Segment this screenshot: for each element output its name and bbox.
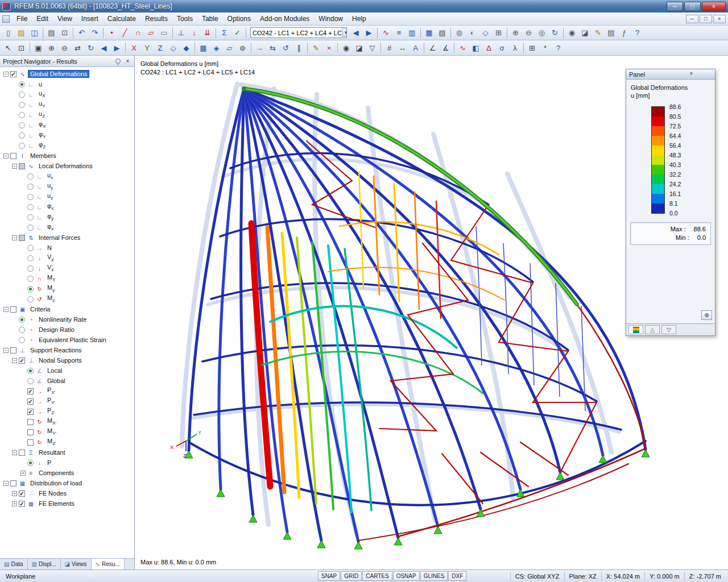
radio[interactable] bbox=[27, 204, 34, 210]
checkbox[interactable]: ✓ bbox=[27, 409, 34, 415]
radio[interactable] bbox=[27, 265, 34, 272]
radio[interactable] bbox=[19, 327, 25, 333]
tool-next-view[interactable]: ▶ bbox=[110, 41, 123, 54]
tree-item-y[interactable]: ∟φy bbox=[0, 212, 134, 222]
tool-previous-load-case[interactable]: ◀ bbox=[349, 27, 362, 39]
menu-file[interactable]: File bbox=[12, 13, 32, 24]
tool-result-diagrams[interactable]: ∿ bbox=[456, 41, 469, 54]
tool-rendering[interactable]: ◍ bbox=[453, 27, 466, 39]
tool-zoom-out-2[interactable]: ⊖ bbox=[58, 41, 71, 54]
tool-undo[interactable]: ↶ bbox=[75, 27, 88, 39]
tree-item-design-ratio[interactable]: ◔Design Ratio bbox=[0, 325, 134, 335]
radio[interactable] bbox=[27, 245, 34, 251]
tree-item-vy[interactable]: ↓Vy bbox=[0, 253, 134, 263]
tool-numbering[interactable]: # bbox=[383, 41, 396, 54]
status-toggle-snap[interactable]: SNAP bbox=[318, 571, 340, 581]
tree-item-ux[interactable]: ∟ux bbox=[0, 171, 134, 181]
tool-modify[interactable]: ✎ bbox=[309, 41, 322, 54]
tree-item-n[interactable]: →N bbox=[0, 243, 134, 253]
checkbox[interactable] bbox=[10, 480, 16, 487]
tree-item-fe-nodes[interactable]: +✓∴FE Nodes bbox=[0, 488, 134, 498]
tool-delete[interactable]: × bbox=[322, 41, 336, 54]
checkbox[interactable]: ✓ bbox=[19, 501, 25, 507]
tool-check-model[interactable]: ✓ bbox=[231, 27, 244, 39]
tool-rotate-copy[interactable]: ↺ bbox=[279, 41, 292, 54]
tool-deformation[interactable]: Δ bbox=[482, 41, 495, 54]
tool-copy[interactable]: ⊡ bbox=[58, 27, 71, 39]
expand-minus-icon[interactable]: − bbox=[2, 348, 10, 353]
tool-filter[interactable]: ▽ bbox=[366, 41, 379, 54]
checkbox[interactable] bbox=[10, 306, 16, 313]
tree-item-criteria[interactable]: −▣Criteria bbox=[0, 304, 134, 314]
status-toggle-grid[interactable]: GRID bbox=[341, 571, 362, 581]
panel-tab-filter[interactable]: ▽ bbox=[661, 325, 676, 334]
radio[interactable] bbox=[27, 173, 34, 180]
tree-item-uz[interactable]: ∟uz bbox=[0, 192, 134, 202]
tree-item-support-reactions[interactable]: −⊥Support Reactions bbox=[0, 345, 134, 355]
tool-grid[interactable]: ▦ bbox=[197, 41, 210, 54]
tool-dimensions[interactable]: ↔ bbox=[396, 41, 409, 54]
expand-minus-icon[interactable]: − bbox=[11, 235, 18, 240]
menu-table[interactable]: Table bbox=[197, 13, 223, 24]
navigator-tab-views[interactable]: ◪Views bbox=[61, 559, 92, 569]
tool-mirror[interactable]: ⇆ bbox=[266, 41, 279, 54]
expand-minus-icon[interactable]: − bbox=[11, 450, 18, 455]
tool-edit[interactable]: ✎ bbox=[592, 27, 605, 39]
mdi-close-button[interactable]: × bbox=[713, 15, 726, 23]
tool-insert-line[interactable]: ╱ bbox=[118, 27, 131, 39]
tree-item-mz[interactable]: ↺Mz bbox=[0, 294, 134, 304]
tool-modules[interactable]: ⊞ bbox=[526, 41, 539, 54]
menu-help[interactable]: Help bbox=[348, 13, 371, 24]
tool-view-in-y[interactable]: Y bbox=[140, 41, 154, 54]
pin-icon[interactable] bbox=[115, 59, 121, 64]
panel-tab-color-scale[interactable] bbox=[628, 325, 643, 334]
tool-offset[interactable]: ∥ bbox=[292, 41, 305, 54]
checkbox[interactable] bbox=[10, 347, 16, 354]
tree-item-z[interactable]: ∟φZ bbox=[0, 140, 134, 151]
checkbox[interactable] bbox=[19, 450, 25, 456]
panel-titlebar[interactable]: Panel × bbox=[626, 69, 715, 80]
tool-work-plane[interactable]: ▱ bbox=[223, 41, 236, 54]
tree-item-uy[interactable]: ∟uy bbox=[0, 181, 134, 192]
checkbox[interactable] bbox=[27, 419, 34, 425]
tool-insert-surface[interactable]: ▱ bbox=[144, 27, 158, 39]
tree-item-components[interactable]: +≡Components bbox=[0, 468, 134, 478]
tree-item-mz[interactable]: ↻MZ' bbox=[0, 437, 134, 447]
tool-zoom-window[interactable]: ▣ bbox=[32, 41, 45, 54]
menu-tools[interactable]: Tools bbox=[172, 13, 197, 24]
radio[interactable] bbox=[19, 337, 25, 343]
expand-plus-icon[interactable]: + bbox=[11, 491, 18, 496]
checkbox[interactable]: ✓ bbox=[27, 388, 34, 394]
radio[interactable] bbox=[19, 122, 25, 128]
tree-item-mx[interactable]: ↻MX' bbox=[0, 417, 134, 427]
tree-item-vz[interactable]: ↓Vz bbox=[0, 263, 134, 273]
tool-view-in-z[interactable]: Z bbox=[154, 41, 167, 54]
expand-plus-icon[interactable]: + bbox=[19, 471, 27, 476]
panel-zoom-button[interactable]: ⊕ bbox=[701, 310, 712, 320]
tree-item-resultant[interactable]: −ΣResultant bbox=[0, 447, 134, 458]
tool-functions[interactable]: ƒ bbox=[618, 27, 631, 39]
tree-item-global[interactable]: ∠Global bbox=[0, 376, 134, 386]
tree-item-global-deformations[interactable]: −✓∿Global Deformations bbox=[0, 69, 134, 79]
radio[interactable] bbox=[27, 276, 34, 282]
checkbox[interactable] bbox=[19, 235, 25, 241]
tool-insert-node[interactable]: • bbox=[105, 27, 118, 39]
tool-control-panel[interactable]: ▥ bbox=[406, 27, 419, 39]
tree-item-u[interactable]: ∟u bbox=[0, 79, 134, 89]
tool-previous-view[interactable]: ◀ bbox=[97, 41, 110, 54]
tool-view-in-x[interactable]: X bbox=[127, 41, 140, 54]
menu-add-on-modules[interactable]: Add-on Modules bbox=[255, 13, 314, 24]
tree-item-nonlinearity-rate[interactable]: ◔Nonlinearity Rate bbox=[0, 314, 134, 325]
radio[interactable] bbox=[27, 214, 34, 221]
tree-item-mt[interactable]: ∩MT bbox=[0, 273, 134, 284]
radio[interactable] bbox=[27, 286, 34, 292]
tree-item-internal-forces[interactable]: −⇅Internal Forces bbox=[0, 232, 134, 243]
tree-item-my[interactable]: ↻My bbox=[0, 284, 134, 294]
tool-result-tables[interactable]: ▦ bbox=[423, 27, 436, 39]
radio[interactable] bbox=[27, 368, 34, 374]
tool-view-manager[interactable]: ⊞ bbox=[492, 27, 505, 39]
checkbox[interactable] bbox=[10, 153, 16, 159]
panel-close-icon[interactable]: × bbox=[671, 70, 712, 78]
tool-object-visibility[interactable]: ◉ bbox=[340, 41, 353, 54]
maximize-button[interactable]: □ bbox=[684, 2, 701, 11]
